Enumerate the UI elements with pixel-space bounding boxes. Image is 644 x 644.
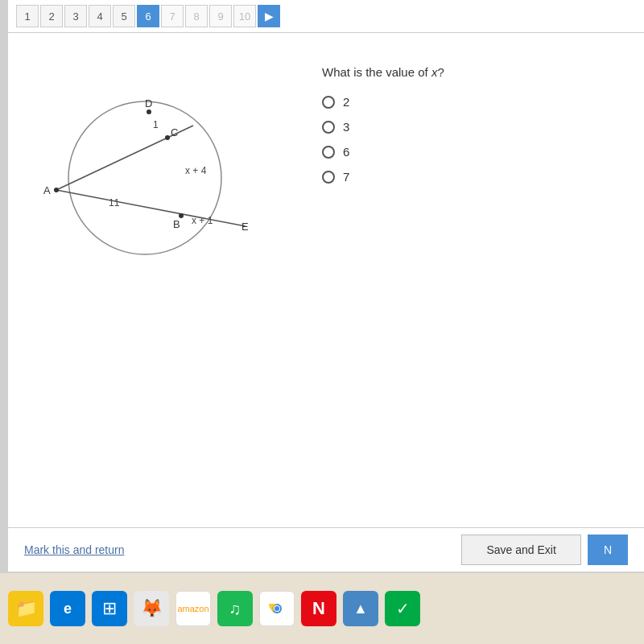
taskbar-spotify-icon[interactable]: ♫ [217, 591, 253, 626]
option-2[interactable]: 2 [322, 95, 620, 109]
svg-point-18 [275, 606, 279, 611]
svg-point-3 [147, 109, 151, 114]
nav-item-9[interactable]: 9 [209, 5, 232, 27]
nav-item-2[interactable]: 2 [40, 5, 63, 27]
svg-text:E: E [242, 221, 249, 233]
option-label-3: 3 [343, 120, 349, 134]
radio-6[interactable] [322, 146, 335, 159]
nav-item-8[interactable]: 8 [185, 5, 208, 27]
taskbar-nord-icon[interactable]: ▲ [343, 591, 378, 626]
bottom-bar: Mark this and return Save and Exit N [8, 527, 644, 572]
radio-3[interactable] [322, 121, 335, 134]
next-button[interactable]: N [588, 535, 628, 565]
taskbar-netflix-icon[interactable]: N [301, 591, 336, 626]
nav-item-3[interactable]: 3 [64, 5, 87, 27]
taskbar-check-icon[interactable]: ✓ [385, 591, 420, 626]
nav-item-10[interactable]: 10 [233, 5, 256, 27]
nav-item-7[interactable]: 7 [161, 5, 184, 27]
taskbar-firefox-icon[interactable]: 🦊 [134, 591, 169, 626]
radio-7[interactable] [322, 171, 335, 184]
svg-line-2 [56, 190, 246, 226]
nav-item-1[interactable]: 1 [16, 5, 39, 27]
taskbar-folder-icon[interactable]: 📁 [8, 591, 43, 626]
option-label-6: 6 [343, 145, 349, 159]
geometry-diagram: D C A B E 1 11 x + 4 x + 1 [32, 57, 282, 266]
save-exit-button[interactable]: Save and Exit [461, 535, 580, 565]
taskbar-msstore-icon[interactable]: ⊞ [92, 591, 127, 626]
nav-bar: 1 2 3 4 5 6 7 8 9 10 ▶ [8, 0, 644, 33]
svg-point-4 [165, 135, 170, 140]
option-label-2: 2 [343, 95, 349, 109]
svg-text:x + 4: x + 4 [185, 165, 207, 176]
svg-text:A: A [43, 184, 51, 196]
question-text: What is the value of x? [322, 65, 620, 79]
taskbar-amazon-icon[interactable]: amazon [175, 591, 211, 626]
svg-text:x + 1: x + 1 [192, 215, 213, 226]
radio-2[interactable] [322, 96, 335, 109]
svg-text:C: C [171, 126, 178, 138]
taskbar: 📁 e ⊞ 🦊 amazon ♫ N ▲ ✓ [0, 573, 644, 644]
svg-text:1: 1 [153, 119, 159, 130]
taskbar-edge-icon[interactable]: e [50, 591, 85, 626]
mark-return-link[interactable]: Mark this and return [24, 543, 125, 556]
svg-point-5 [54, 188, 59, 192]
nav-item-5[interactable]: 5 [113, 5, 135, 27]
svg-point-0 [68, 101, 221, 254]
answer-area: What is the value of x? 2 3 6 7 [322, 57, 620, 270]
diagram-container: D C A B E 1 11 x + 4 x + 1 [32, 57, 290, 270]
question-area: D C A B E 1 11 x + 4 x + 1 [8, 41, 644, 286]
option-7[interactable]: 7 [322, 170, 620, 184]
nav-item-4[interactable]: 4 [89, 5, 111, 27]
taskbar-chrome-icon[interactable] [259, 591, 295, 626]
option-6[interactable]: 6 [322, 145, 620, 159]
option-3[interactable]: 3 [322, 120, 620, 134]
option-label-7: 7 [343, 170, 349, 184]
main-content: 1 2 3 4 5 6 7 8 9 10 ▶ [8, 0, 644, 572]
nav-item-6[interactable]: 6 [137, 5, 159, 27]
svg-text:D: D [145, 97, 152, 109]
nav-next-arrow[interactable]: ▶ [258, 5, 280, 27]
svg-text:B: B [173, 218, 180, 230]
svg-text:11: 11 [109, 197, 120, 208]
